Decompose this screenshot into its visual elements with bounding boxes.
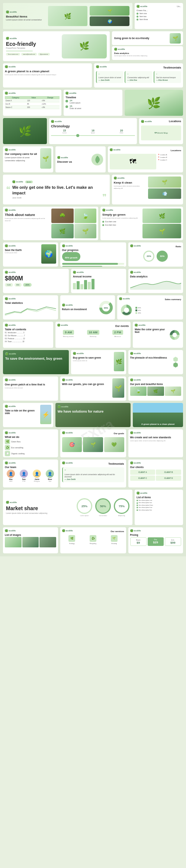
- progress-value: 90% growth: [65, 257, 78, 259]
- service-label-1: Ecology: [62, 543, 82, 544]
- slide-progress: 🌿ecolife Our progress 90% growth: [60, 242, 126, 267]
- logo-icon-sales: 🌿: [119, 297, 122, 300]
- logo-icon-clients: 🌿: [130, 461, 133, 464]
- ms-circle-2: 50%: [95, 498, 111, 514]
- logo-icon-team: 🌿: [5, 461, 8, 464]
- slide-goods: 🌿ecolife With our goods, you can go gree…: [60, 376, 126, 401]
- image-list: [5, 537, 56, 547]
- quote-mark-1: ": [99, 73, 122, 76]
- discover-text: 🌿ecolife Discover us: [57, 156, 89, 163]
- ms-val-1: 25%: [81, 505, 87, 508]
- logo-icon-progress: 🌿: [62, 244, 65, 247]
- logo: 🌿 ecolife: [6, 10, 46, 13]
- logo-icon-tables: 🌿: [5, 92, 8, 95]
- logo-tr: 🌿ecolife: [5, 405, 39, 408]
- li-dot-5: [137, 509, 138, 511]
- logo-chron: 🌿ecolife: [51, 120, 135, 123]
- money-stat-1: 410K: [5, 283, 13, 287]
- testimonial-text-3: Sed do eiusmod tempor: [156, 76, 179, 79]
- logo-icon-serv: 🌿: [62, 529, 65, 532]
- impact-author: Jane Smith: [12, 197, 100, 199]
- simply-green-title: Simply go green: [102, 213, 141, 216]
- nav-pill-1[interactable]: Your name.com: [6, 53, 20, 55]
- img-list-1: [5, 537, 22, 547]
- avatar-2: 👤: [20, 470, 28, 478]
- discover-title: Discover us: [57, 160, 89, 163]
- progress-badge: 90% growth: [62, 252, 81, 261]
- test2-quote-mark: ": [65, 469, 122, 473]
- goods-text: 🌿ecolife With our goods, you can go gree…: [62, 378, 111, 399]
- sales-chart-area: 35% 45% 20%: [119, 303, 181, 318]
- buy-green-text: 🌿ecolife Buy green to save green Lorem i…: [73, 352, 113, 372]
- keep-clean-desc: Lorem ipsum dolor sit amet consectetur a…: [114, 185, 147, 190]
- logo-annual: 🌿ecolife: [73, 271, 124, 274]
- logo-icon-op: 🌿: [5, 378, 8, 381]
- logo-icon-ri: 🌿: [62, 303, 65, 306]
- logo-pin: 🌿ecolife: [130, 352, 169, 355]
- save-earth-title: Save the Earth: [5, 249, 40, 251]
- logo-icon-chron: 🌿: [51, 120, 54, 123]
- logo-loc: 🌿ecolife: [141, 120, 152, 123]
- ms-label-2: Consectetur: [95, 515, 111, 516]
- li-dot-3: [137, 505, 138, 506]
- check-item-1: Item one: [137, 12, 181, 15]
- logo-icon-impact: 🌿: [12, 180, 15, 183]
- logo-icon-simply: 🌿: [102, 209, 105, 212]
- member-4: 👤 River Dev: [46, 470, 54, 482]
- member-role-2: CTO: [20, 480, 28, 482]
- slide-pricing: 🌿ecolife Pricing Basic $9 Pro $29 Ent. $…: [128, 527, 183, 553]
- row-15: 🌿ecolife Take a ride on the green side ⚡…: [3, 403, 183, 427]
- logo-icon-save: 🌿: [5, 244, 8, 247]
- service-icon-2: ♻️: [90, 535, 96, 542]
- beautiful-items-title: Beautiful items: [6, 15, 46, 18]
- logo-icon-discover: 🌿: [57, 156, 60, 159]
- slide-chronology: 🌿ecolife Chronology 15 Lorem 16 Ipsum 20…: [49, 118, 137, 144]
- logo-think: 🌿ecolife: [5, 209, 50, 212]
- testimonial-2: " Consectetur adipiscing elit — John Doe: [125, 71, 152, 83]
- progress-track-1: [62, 263, 124, 265]
- slide-plant-img: 🌿: [125, 90, 183, 116]
- logo-icon: 🌿: [6, 10, 9, 13]
- ms-label-1: Lorem ipsum: [77, 515, 92, 516]
- pure-item-3: 🌱: [165, 387, 182, 396]
- progress-fill-2: [62, 266, 103, 267]
- take-ride-title: Take a ride on the green side: [5, 409, 39, 414]
- slide-save-earth: 🌿ecolife Save the Earth Lorem ipsum dolo…: [3, 242, 58, 267]
- nav-pill-2[interactable]: name@email.com: [21, 53, 37, 55]
- svg-point-5: [124, 308, 129, 313]
- chron-line: [51, 135, 135, 136]
- logo-cs: 🌿ecolife: [130, 431, 182, 434]
- what-we-do-title: What we do: [5, 436, 56, 438]
- logo-serv: 🌿ecolife: [62, 529, 73, 532]
- think-nature-desc: Lorem ipsum dolor sit amet consectetur a…: [5, 217, 50, 222]
- green-planet-desc: Lorem ipsum dolor sit amet consectetur a…: [5, 74, 90, 76]
- slide-save-env: 🌿ecolife To save the environment, buy gr…: [3, 350, 69, 374]
- logo-icon-pure: 🌿: [130, 378, 133, 381]
- test2-quote: " Lorem ipsum dolor sit amet consectetur…: [62, 467, 124, 482]
- testimonials-header-row: 🌿ecolife Testimonials: [96, 65, 181, 70]
- big-money-value: $800M: [5, 275, 67, 282]
- member-role-4: Dev: [46, 480, 54, 482]
- fern-img: 🌿: [3, 118, 47, 144]
- clients-logos: CLIENT A CLIENT B CLIENT C CLIENT D: [130, 470, 182, 481]
- slide-fern-img: 🌿: [3, 118, 47, 144]
- windmill-img: ⚡: [40, 405, 51, 424]
- sales-header: 🌿ecolife Sales summary: [119, 297, 181, 302]
- landscape-img: A green planet is a clean planet: [133, 403, 183, 427]
- services-list: 🌿 Ecology ♻️ Recycling 🌱 Growing: [62, 535, 124, 544]
- list-items-title: List of items: [137, 496, 181, 499]
- service-icon-3: 🌱: [111, 535, 118, 542]
- line-chart-total: [5, 305, 56, 316]
- avatar-1: 👤: [7, 470, 15, 478]
- logo-icon-company: 🌿: [5, 148, 8, 151]
- ratio-header: 🌿ecolife Ratio: [130, 244, 182, 249]
- slide-toc: 🌿ecolife Table of contents 01. Introduct…: [3, 322, 53, 348]
- goals-header: 🌿ecolife Our goals: [62, 431, 124, 436]
- keep-clean-text: 🌿ecolife Keep it clean Lorem ipsum dolor…: [114, 177, 147, 203]
- slide-take-ride: 🌿ecolife Take a ride on the green side ⚡: [3, 403, 53, 427]
- test2-author: — Jane Smith: [65, 478, 122, 480]
- test2-header: 🌿ecolife Testimonials: [62, 461, 124, 466]
- event-desc-2: Workshop: [87, 336, 99, 337]
- nav-pill-3[interactable]: @yourname: [38, 53, 50, 55]
- ratio-title: Ratio: [176, 245, 181, 248]
